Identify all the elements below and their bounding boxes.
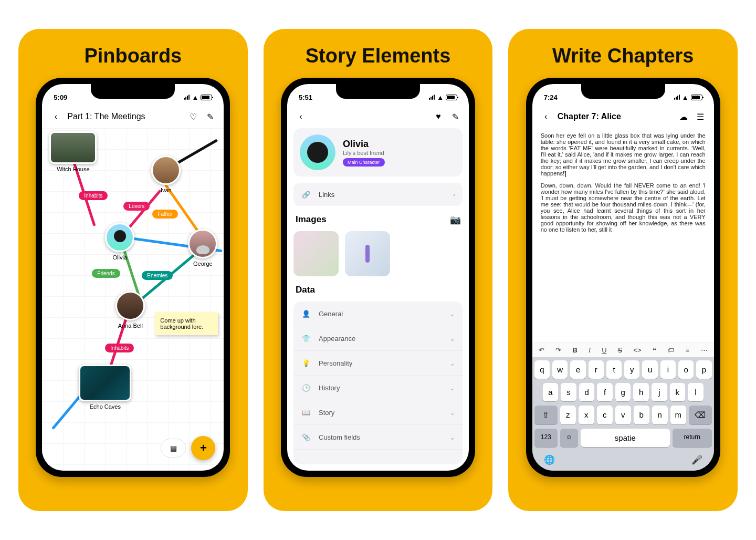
key-t[interactable]: t (606, 360, 622, 379)
node-echo[interactable]: Echo Caves (79, 365, 131, 410)
label-lovers[interactable]: Lovers (123, 202, 150, 211)
node-ivan[interactable]: Ivan (151, 155, 181, 193)
node-george[interactable]: George (188, 229, 217, 267)
key-return[interactable]: return (673, 429, 712, 447)
heart-icon[interactable]: ♡ (188, 111, 198, 122)
italic-icon[interactable]: I (589, 346, 591, 354)
image-thumbnail[interactable] (345, 231, 390, 276)
notch (336, 84, 420, 99)
key-r[interactable]: r (589, 360, 604, 379)
key-space[interactable]: spatie (581, 429, 670, 447)
code-icon[interactable]: <> (633, 346, 641, 354)
fab-row: ▦ + (161, 436, 215, 460)
key-p[interactable]: p (696, 360, 711, 379)
image-thumbnail[interactable] (293, 231, 339, 276)
label-friends[interactable]: Friends (92, 269, 120, 278)
redo-icon[interactable]: ↷ (555, 346, 561, 354)
node-olivia[interactable]: Olivia (105, 223, 134, 261)
key-l[interactable]: l (688, 383, 704, 401)
editor-text[interactable]: Soon her eye fell on a little glass box … (532, 128, 714, 342)
profile-card[interactable]: Olivia Lily's best friend Main Character (293, 128, 463, 176)
phone-frame: 7:24 ▲ ‹ Chapter 7: Alice ☁ ☰ Soon her e… (526, 78, 720, 477)
heart-filled-icon[interactable]: ♥ (433, 111, 444, 122)
key-u[interactable]: u (642, 360, 657, 379)
back-icon[interactable]: ‹ (296, 111, 306, 122)
node-anna[interactable]: Anna Bell (116, 291, 145, 329)
chevron-down-icon: ⌄ (449, 409, 455, 417)
layout-button[interactable]: ▦ (161, 439, 186, 458)
key-h[interactable]: h (633, 383, 649, 401)
key-e[interactable]: e (570, 360, 585, 379)
data-item-general[interactable]: 👤 General ⌄ (293, 302, 463, 326)
data-item-appearance[interactable]: 👕 Appearance ⌄ (293, 326, 463, 351)
key-123[interactable]: 123 (534, 429, 558, 447)
label-inhabits2[interactable]: Inhabits (105, 344, 134, 352)
kb-row3: ⇧ z x c v b n m ⌫ (534, 406, 712, 424)
status-time: 5:51 (299, 94, 312, 101)
node-witch-house[interactable]: Witch House (49, 131, 97, 172)
clip-icon: 📎 (301, 432, 311, 442)
wifi-icon: ▲ (437, 94, 444, 101)
back-icon[interactable]: ‹ (50, 111, 61, 122)
paragraph: Soon her eye fell on a little glass box … (541, 132, 706, 176)
menu-icon[interactable]: ☰ (695, 111, 706, 122)
pinboard-canvas[interactable]: Inhabits Lovers Father Friends Enemies I… (42, 128, 224, 471)
key-n[interactable]: n (652, 406, 668, 424)
bold-icon[interactable]: B (572, 346, 577, 354)
nav-title: Part 1: The Meetings (67, 112, 182, 121)
key-b[interactable]: b (634, 406, 649, 424)
label-enemies[interactable]: Enemies (142, 271, 173, 280)
data-item-story[interactable]: 📖 Story ⌄ (293, 400, 463, 425)
globe-icon[interactable]: 🌐 (544, 454, 555, 465)
battery-icon (201, 95, 212, 100)
mic-icon[interactable]: 🎤 (691, 454, 702, 465)
label-inhabits[interactable]: Inhabits (79, 191, 108, 200)
key-emoji[interactable]: ☺ (560, 429, 578, 447)
edit-icon[interactable]: ✎ (450, 111, 460, 122)
data-item-label: Story (319, 409, 334, 417)
sticky-note[interactable]: Come up with background lore. (155, 312, 218, 335)
data-item-custom[interactable]: 📎 Custom fields ⌄ (293, 425, 463, 450)
person-icon: 👤 (301, 308, 311, 319)
battery-icon (691, 95, 702, 100)
undo-icon[interactable]: ↶ (539, 346, 544, 354)
data-item-history[interactable]: 🕒 History ⌄ (293, 376, 463, 400)
quote-icon[interactable]: ❝ (653, 346, 656, 354)
key-s[interactable]: s (561, 383, 576, 401)
align-icon[interactable]: ≡ (686, 346, 690, 354)
more-icon[interactable]: ⋯ (701, 346, 708, 354)
key-k[interactable]: k (670, 383, 686, 401)
label-father[interactable]: Father (152, 210, 178, 219)
nav-row: ‹ Part 1: The Meetings ♡ ✎ (42, 105, 224, 128)
nav-row: ‹ Chapter 7: Alice ☁ ☰ (532, 105, 714, 128)
key-x[interactable]: x (579, 406, 594, 424)
strike-icon[interactable]: S̶ (618, 346, 622, 354)
key-shift[interactable]: ⇧ (534, 406, 558, 424)
avatar (188, 229, 217, 258)
key-y[interactable]: y (624, 360, 639, 379)
key-f[interactable]: f (597, 383, 613, 401)
data-item-personality[interactable]: 💡 Personality ⌄ (293, 351, 463, 376)
back-icon[interactable]: ‹ (541, 111, 551, 122)
key-a[interactable]: a (543, 383, 559, 401)
tag-icon[interactable]: 🏷 (667, 346, 674, 354)
key-c[interactable]: c (597, 406, 613, 424)
add-button[interactable]: + (191, 436, 215, 460)
cloud-icon[interactable]: ☁ (678, 111, 689, 122)
key-g[interactable]: g (615, 383, 631, 401)
key-backspace[interactable]: ⌫ (689, 406, 712, 424)
links-row[interactable]: 🔗 Links › (293, 183, 463, 206)
key-v[interactable]: v (615, 406, 631, 424)
key-q[interactable]: q (534, 360, 550, 379)
key-w[interactable]: w (552, 360, 568, 379)
edit-icon[interactable]: ✎ (205, 111, 215, 122)
camera-icon[interactable]: 📷 (450, 214, 460, 225)
key-j[interactable]: j (652, 383, 667, 401)
status-icons: ▲ (674, 94, 702, 101)
key-o[interactable]: o (678, 360, 694, 379)
key-m[interactable]: m (670, 406, 686, 424)
key-z[interactable]: z (560, 406, 576, 424)
underline-icon[interactable]: U (602, 346, 606, 354)
key-d[interactable]: d (579, 383, 595, 401)
key-i[interactable]: i (660, 360, 676, 379)
